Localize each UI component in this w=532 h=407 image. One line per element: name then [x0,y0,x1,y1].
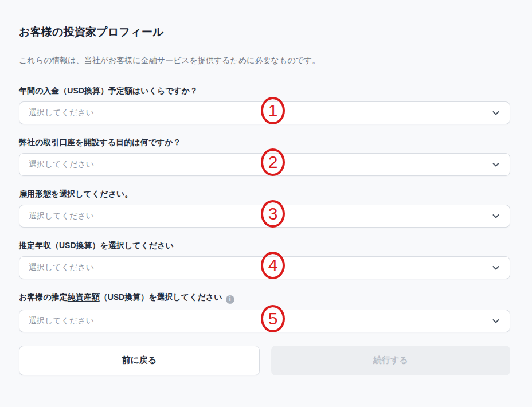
annual-income-label: 推定年収（USD換算）を選択してください [19,240,510,251]
employment-status-select[interactable]: 選択してください [19,205,510,228]
label-text: （USD換算）を選択してください [100,292,222,302]
net-worth-select-wrap: 選択してください 5 [19,310,510,332]
chevron-down-icon [491,160,500,169]
field-employment-status: 雇用形態を選択してください。 選択してください 3 [19,189,510,228]
info-icon[interactable]: i [226,295,234,304]
employment-status-select-wrap: 選択してください 3 [19,205,510,228]
net-worth-select[interactable]: 選択してください [19,310,510,332]
label-text: お客様の推定 [19,292,68,302]
account-purpose-select-wrap: 選択してください 2 [19,153,510,176]
chevron-down-icon [491,108,500,118]
employment-status-label: 雇用形態を選択してください。 [19,189,510,199]
label-underlined-text: 純資産額 [68,292,100,302]
select-placeholder: 選択してください [29,211,491,221]
page-subtitle: これらの情報は、当社がお客様に金融サービスを提供するために必要なものです。 [19,56,510,65]
annual-income-select[interactable]: 選択してください [19,256,510,279]
field-annual-deposit: 年間の入金（USD換算）予定額はいくらですか？ 選択してください 1 [19,85,510,124]
field-annual-income: 推定年収（USD換算）を選択してください 選択してください 4 [19,240,510,279]
chevron-down-icon [491,212,500,221]
net-worth-label: お客様の推定純資産額（USD換算）を選択してくださいi [19,292,510,304]
select-placeholder: 選択してください [29,108,491,118]
account-purpose-select[interactable]: 選択してください [19,153,510,176]
field-account-purpose: 弊社の取引口座を開設する目的は何ですか？ 選択してください 2 [19,137,510,176]
account-purpose-label: 弊社の取引口座を開設する目的は何ですか？ [19,137,510,147]
annual-deposit-select[interactable]: 選択してください [19,101,510,124]
label-text: 年間の入金（USD換算）予定額はいくらですか？ [19,86,198,95]
label-text: 雇用形態を選択してください。 [19,189,132,198]
label-text: 推定年収（USD換算）を選択してください [19,241,174,250]
chevron-down-icon [491,316,500,326]
continue-button[interactable]: 続行する [271,346,511,375]
field-net-worth: お客様の推定純資産額（USD換算）を選択してくださいi 選択してください 5 [19,292,510,332]
form-actions: 前に戻る 続行する [19,346,510,375]
select-placeholder: 選択してください [29,263,491,273]
chevron-down-icon [491,263,500,272]
annual-income-select-wrap: 選択してください 4 [19,256,510,279]
back-button[interactable]: 前に戻る [19,346,260,375]
investor-profile-page: お客様の投資家プロフィール これらの情報は、当社がお客様に金融サービスを提供する… [0,25,532,407]
annual-deposit-label: 年間の入金（USD換算）予定額はいくらですか？ [19,85,510,96]
investor-profile-form: 年間の入金（USD換算）予定額はいくらですか？ 選択してください 1 弊社の取引… [19,85,510,375]
select-placeholder: 選択してください [29,316,491,326]
select-placeholder: 選択してください [29,159,491,170]
annual-deposit-select-wrap: 選択してください 1 [19,101,510,124]
label-text: 弊社の取引口座を開設する目的は何ですか？ [19,138,181,147]
page-title: お客様の投資家プロフィール [19,25,510,39]
